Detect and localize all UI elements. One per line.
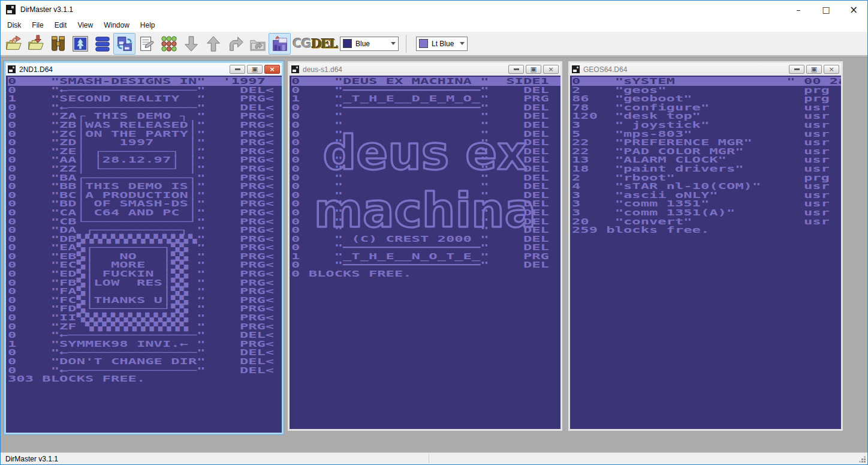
child-maximize-button[interactable]: ▣ xyxy=(526,65,541,74)
directory-line[interactable]: 0 " " DEL xyxy=(291,182,560,191)
directory-line[interactable]: 0 " " DEL xyxy=(291,208,560,217)
open-disk-image-button[interactable] xyxy=(2,33,25,55)
directory-line[interactable]: 5 "mps-803" usr xyxy=(572,130,841,139)
child-minimize-button[interactable] xyxy=(230,65,245,74)
directory-line[interactable]: 0 "←───────────────" DEL< xyxy=(8,86,282,95)
directory-line[interactable]: 18 "paint drivers" usr xyxy=(572,164,841,173)
directory-line[interactable]: 3 "comm 1351" usr xyxy=(572,199,841,208)
directory-line[interactable]: 0 "←───────────────" DEL< xyxy=(8,348,282,357)
directory-line[interactable]: 259 blocks free. xyxy=(572,226,841,235)
directory-line[interactable]: 1 "_T_H_E__N_O_T_E_" PRG xyxy=(291,252,560,261)
directory-line[interactable]: 0 "DA ┌──────────┐ " PRG< xyxy=(8,226,282,235)
del-mode-button[interactable]: DEL xyxy=(313,33,335,55)
directory-line[interactable]: 0 "EB▚│ NO │▚▚ " PRG< xyxy=(8,252,282,261)
directory-line[interactable]: 0 "ZB│WAS RELEASED│" PRG< xyxy=(8,121,282,130)
close-button[interactable]: × xyxy=(840,1,867,19)
child-title-bar[interactable]: GEOS64.D64 ▣ × xyxy=(570,63,841,76)
child-maximize-button[interactable]: ▣ xyxy=(806,65,822,74)
redo-button[interactable] xyxy=(224,33,246,55)
c64-directory-screen[interactable]: 0 "SMASH-DESIGNS IN" '1997 0 "←─────────… xyxy=(6,76,282,433)
directory-header-line[interactable]: 0 "sYSTEM " 00 2a xyxy=(572,77,841,86)
directory-line[interactable]: 0 " " DEL xyxy=(291,173,560,182)
extract-files-button[interactable] xyxy=(25,33,47,55)
directory-line[interactable]: 0 "━━━━━━━━━━━━━━━━" DEL xyxy=(291,260,560,269)
directory-line[interactable]: 0 "ZF ▚▚▚▚▚▚▚▚▚▚▚▚ " PRG< xyxy=(8,322,282,331)
directory-line[interactable]: 3 " joystick" usr xyxy=(572,121,841,130)
directory-header-line[interactable]: 0 "DEUS EX MACHINA " SIDE1 xyxy=(291,77,560,86)
menu-help[interactable]: Help xyxy=(135,19,161,31)
directory-line[interactable]: 0 "BB│THIS DEMO IS│" PRG< xyxy=(8,182,282,191)
disk-window-geos64[interactable]: GEOS64.D64 ▣ × 0 "sYSTEM " 00 2a 2 "geos… xyxy=(568,61,843,431)
directory-line[interactable]: 4 "sTAR nl-10(COM)" usr xyxy=(572,182,841,191)
directory-line[interactable]: 0 "ZD│ 1997 │" PRG< xyxy=(8,138,282,147)
directory-line[interactable]: 0 "━━━━━━━━━━━━━━━━" DEL xyxy=(291,243,560,252)
menu-disk[interactable]: Disk xyxy=(2,19,26,31)
directory-line[interactable]: 0 "ZE│ ┌────────┐ │" PRG< xyxy=(8,147,282,156)
directory-line[interactable]: 0 "EC▚│ MORE │▚▚ " PRG< xyxy=(8,260,282,269)
directory-line[interactable]: 0 "DON'T CHANGE DIR" DEL< xyxy=(8,357,282,366)
resize-grip[interactable] xyxy=(860,457,866,463)
directory-line[interactable]: 0 "CA│ C64 AND PC │" PRG< xyxy=(8,208,282,217)
directory-line[interactable]: 0 "ZC│ON THE PARTY│" PRG< xyxy=(8,130,282,139)
child-minimize-button[interactable] xyxy=(789,65,804,74)
directory-line[interactable]: 0 " " DEL xyxy=(291,155,560,164)
child-minimize-button[interactable] xyxy=(508,65,524,74)
directory-line[interactable]: 0 " " DEL xyxy=(291,164,560,173)
directory-line[interactable]: 0 "EA▚┌────────┐▚▚ " PRG< xyxy=(8,243,282,252)
directory-line[interactable]: 0 " " DEL xyxy=(291,130,560,139)
child-close-button[interactable]: × xyxy=(264,65,280,74)
directory-line[interactable]: 0 "BD│ OF SMASH-DS│" PRG< xyxy=(8,199,282,208)
directory-line[interactable]: 120 "desk top" usr xyxy=(572,112,841,121)
directory-line[interactable]: 0 " " DEL xyxy=(291,191,560,200)
c64-directory-screen[interactable]: 0 "sYSTEM " 00 2a 2 "geos" prg 86 "geobo… xyxy=(570,76,841,429)
directory-header-line[interactable]: 0 "SMASH-DESIGNS IN" '1997 xyxy=(8,77,282,86)
preview-button[interactable] xyxy=(69,33,91,55)
move-down-button[interactable] xyxy=(180,33,202,55)
child-maximize-button[interactable]: ▣ xyxy=(247,65,263,74)
menu-view[interactable]: View xyxy=(72,19,98,31)
move-up-button[interactable] xyxy=(202,33,224,55)
edit-directory-button[interactable] xyxy=(135,33,158,55)
directory-line[interactable]: 0 " " DEL xyxy=(291,217,560,226)
directory-line[interactable]: 0 "←───────────────" DEL< xyxy=(8,103,282,112)
menu-file[interactable]: File xyxy=(26,19,49,31)
directory-line[interactable]: 0 "II▚▚▚▚▚▚▚▚▚▚▚▚▚ " PRG< xyxy=(8,313,282,322)
directory-line[interactable]: 22 "PREFERENCE MGR" usr xyxy=(572,138,841,147)
directory-line[interactable]: 13 "ALARM CLOCK" usr xyxy=(572,155,841,164)
directory-line[interactable]: 78 "configure" usr xyxy=(572,103,841,112)
foreground-color-combo[interactable]: Lt Blue xyxy=(416,37,468,51)
title-bar[interactable]: DirMaster v3.1.1 – □ × xyxy=(1,1,867,19)
directory-line[interactable]: 0 "FD▚└────────┘▚▚ " PRG< xyxy=(8,304,282,313)
directory-line[interactable]: 2 "geos" prg xyxy=(572,86,841,95)
directory-line[interactable]: 0 " " DEL xyxy=(291,199,560,208)
directory-line[interactable]: 1 "_T_H_E__D_E_M_O_" PRG xyxy=(291,94,560,103)
directory-line[interactable]: 3 "ascii oNLY" usr xyxy=(572,191,841,200)
disk-window-deus-s1[interactable]: deus-s1.d64 ▣ × 0 "DEUS EX MACHINA " SID… xyxy=(288,61,562,431)
directory-line[interactable]: 0 "FC▚│THANKS U│▚▚ " PRG< xyxy=(8,296,282,305)
background-color-combo[interactable]: Blue xyxy=(340,37,399,51)
swap-disks-button[interactable] xyxy=(113,33,135,55)
directory-line[interactable]: 0 "AA│ │28.12.97│ │" PRG< xyxy=(8,155,282,164)
disk-stack-button[interactable] xyxy=(91,33,113,55)
directory-line[interactable]: 0 " " DEL xyxy=(291,121,560,130)
maximize-button[interactable]: □ xyxy=(812,1,840,19)
child-title-bar[interactable]: deus-s1.d64 ▣ × xyxy=(290,63,560,76)
directory-line[interactable]: 0 "←───────────────" DEL< xyxy=(8,366,282,375)
directory-line[interactable]: 1 "SECOND REALITY " PRG< xyxy=(8,94,282,103)
child-close-button[interactable]: × xyxy=(543,65,559,74)
directory-line[interactable]: 0 " (C) CREST 2000 " DEL xyxy=(291,235,560,244)
directory-line[interactable]: 20 "convert" usr xyxy=(572,217,841,226)
directory-line[interactable]: 0 "ZA┌ THIS DEMO ┐ " PRG< xyxy=(8,112,282,121)
cg-mode-button[interactable]: CG xyxy=(291,33,313,55)
directory-line[interactable]: 0 "BA┌────────────┐" PRG< xyxy=(8,173,282,182)
directory-line[interactable]: 86 "geoboot" prg xyxy=(572,94,841,103)
directory-line[interactable]: 303 BLOCKS FREE. xyxy=(8,374,282,383)
directory-line[interactable]: 0 BLOCKS FREE. xyxy=(291,269,560,278)
directory-line[interactable]: 0 "━━━━━━━━━━━━━━━━" DEL xyxy=(291,86,560,95)
directory-line[interactable]: 0 "ZZ│ └────────┘ │" PRG< xyxy=(8,164,282,173)
directory-line[interactable]: 0 "BC│A PRODUCTION│" PRG< xyxy=(8,191,282,200)
directory-line[interactable]: 0 "DB▚▚▚▚▚▚▚▚▚▚▚▚▚▚" PRG< xyxy=(8,235,282,244)
petscii-view-button[interactable] xyxy=(269,33,291,55)
directory-line[interactable]: 0 " " DEL xyxy=(291,226,560,235)
sector-grid-button[interactable] xyxy=(158,33,180,55)
